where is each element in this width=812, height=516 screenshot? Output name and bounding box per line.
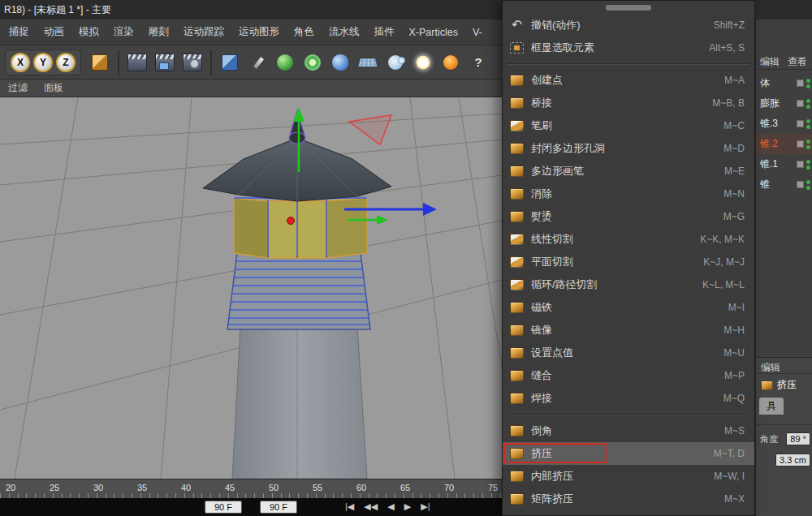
tag-icon[interactable] bbox=[797, 80, 804, 87]
context-menu-item-line-cut[interactable]: 线性切割 K~K, M~K bbox=[503, 228, 754, 251]
mograph-button[interactable] bbox=[300, 49, 325, 76]
tag-icon[interactable] bbox=[797, 140, 804, 148]
previous-key-button[interactable] bbox=[364, 501, 378, 512]
object-manager-view-menu[interactable]: 查看 bbox=[788, 55, 807, 69]
editor-visibility-dot[interactable] bbox=[806, 79, 810, 83]
axis-x-button[interactable]: X bbox=[11, 53, 30, 72]
metaball-button[interactable] bbox=[328, 49, 352, 76]
frame-end-field[interactable]: 90 F bbox=[260, 501, 297, 514]
object-manager-edit-menu[interactable]: 编辑 bbox=[760, 55, 780, 69]
context-menu-item-bridge[interactable]: 桥接 M~B, B bbox=[503, 92, 754, 114]
lighthouse-model[interactable] bbox=[203, 110, 391, 479]
render-visibility-dot[interactable] bbox=[806, 186, 810, 190]
play-button[interactable] bbox=[404, 501, 411, 512]
menu-vray[interactable]: V- bbox=[465, 27, 490, 38]
editor-visibility-dot[interactable] bbox=[806, 180, 810, 184]
frame-start-field[interactable]: 90 F bbox=[205, 501, 242, 514]
editor-visibility-dot[interactable] bbox=[806, 160, 810, 164]
menu-simulation[interactable]: 模拟 bbox=[71, 25, 106, 39]
visibility-toggles[interactable] bbox=[797, 79, 810, 88]
visibility-toggles[interactable] bbox=[797, 99, 810, 109]
menu-plugins[interactable]: 插件 bbox=[367, 25, 402, 39]
menu-animation[interactable]: 动画 bbox=[37, 25, 71, 39]
object-row[interactable]: 锥.3 bbox=[756, 114, 812, 134]
context-menu-item-close-polygon-hole[interactable]: 封闭多边形孔洞 M~D bbox=[503, 137, 754, 160]
editor-visibility-dot[interactable] bbox=[806, 140, 810, 144]
render-picture-viewer-button[interactable] bbox=[153, 49, 177, 76]
context-menu-item-loop-path-cut[interactable]: 循环/路径切割 K~L, M~L bbox=[503, 273, 754, 296]
context-menu-item-set-point-value[interactable]: 设置点值 M~U bbox=[503, 342, 754, 364]
light-button[interactable] bbox=[411, 49, 435, 76]
offset-value-field[interactable]: 3.3 cm bbox=[775, 454, 810, 467]
context-menu-item-magnet[interactable]: 磁铁 M~I bbox=[503, 296, 754, 319]
render-visibility-dot[interactable] bbox=[806, 145, 810, 149]
scroll-handle[interactable] bbox=[606, 5, 651, 11]
menu-pipeline[interactable]: 流水线 bbox=[322, 25, 367, 39]
render-visibility-dot[interactable] bbox=[806, 84, 810, 88]
axis-y-button[interactable]: Y bbox=[33, 53, 53, 72]
visibility-toggles[interactable] bbox=[797, 119, 810, 129]
tag-icon[interactable] bbox=[797, 161, 804, 168]
render-visibility-dot[interactable] bbox=[806, 125, 810, 129]
context-menu-item-brush[interactable]: 笔刷 M~C bbox=[503, 114, 754, 137]
editor-visibility-dot[interactable] bbox=[806, 99, 810, 103]
menu-xparticles[interactable]: X-Particles bbox=[402, 27, 465, 38]
menu-sculpt[interactable]: 雕刻 bbox=[141, 25, 176, 39]
object-row[interactable]: 锥 bbox=[756, 174, 812, 195]
render-settings-button[interactable] bbox=[180, 49, 205, 76]
context-menu-item-dissolve[interactable]: 消除 M~N bbox=[503, 183, 754, 205]
coordinate-system-button[interactable] bbox=[88, 49, 112, 76]
visibility-toggles[interactable] bbox=[797, 140, 810, 149]
context-menu-item-extrude[interactable]: 挤压 M~T, D bbox=[503, 442, 754, 465]
go-to-start-button[interactable] bbox=[345, 501, 354, 512]
axis-z-button[interactable]: Z bbox=[56, 53, 76, 72]
viewport-panel-menu[interactable]: 面板 bbox=[36, 81, 71, 95]
tag-icon[interactable] bbox=[797, 100, 804, 107]
object-row[interactable]: 锥.1 bbox=[756, 154, 812, 174]
menu-mograph[interactable]: 运动图形 bbox=[231, 25, 287, 39]
angle-value-field[interactable]: 89 ° bbox=[786, 432, 810, 445]
primitive-cube-button[interactable] bbox=[218, 49, 242, 76]
viewport-filter-menu[interactable]: 过滤 bbox=[0, 81, 36, 95]
context-menu-item-iron[interactable]: 熨烫 M~G bbox=[503, 205, 754, 228]
context-menu-item-polygon-pen[interactable]: 多边形画笔 M~E bbox=[503, 160, 754, 183]
offset-field-row: 3.3 cm bbox=[756, 449, 812, 471]
render-view-button[interactable] bbox=[125, 49, 149, 76]
help-button[interactable] bbox=[466, 49, 490, 76]
floor-button[interactable] bbox=[356, 49, 380, 76]
context-menu-item-weld[interactable]: 焊接 M~Q bbox=[503, 387, 754, 410]
go-to-end-button[interactable] bbox=[421, 501, 430, 512]
sun-light-button[interactable] bbox=[438, 49, 463, 76]
menu-render[interactable]: 渲染 bbox=[106, 25, 141, 39]
tag-icon[interactable] bbox=[797, 120, 804, 127]
object-row[interactable]: 体 bbox=[756, 73, 812, 93]
tag-icon[interactable] bbox=[797, 181, 804, 188]
sky-button[interactable] bbox=[383, 49, 408, 76]
context-menu-item-plane-cut[interactable]: 平面切割 K~J, M~J bbox=[503, 251, 754, 273]
spline-pen-button[interactable] bbox=[245, 49, 270, 76]
context-menu-item-extrude-inner[interactable]: 内部挤压 M~W, I bbox=[503, 465, 754, 488]
render-visibility-dot[interactable] bbox=[806, 166, 810, 170]
attribute-edit-menu[interactable]: 编辑 bbox=[756, 358, 812, 374]
menu-motion-tracking[interactable]: 运动跟踪 bbox=[176, 25, 231, 39]
context-menu-item-matrix-extrude[interactable]: 矩阵挤压 M~X bbox=[503, 488, 754, 510]
viewport[interactable] bbox=[0, 97, 502, 479]
context-menu-item-create-point[interactable]: 创建点 M~A bbox=[503, 69, 754, 92]
menu-character[interactable]: 角色 bbox=[287, 25, 322, 39]
tool-tab[interactable]: 具 bbox=[759, 398, 784, 415]
context-menu-item-stitch[interactable]: 缝合 M~P bbox=[503, 364, 754, 387]
object-row-selected[interactable]: 锥.2 bbox=[756, 134, 812, 154]
object-row[interactable]: 膨胀 bbox=[756, 93, 812, 114]
render-visibility-dot[interactable] bbox=[806, 105, 810, 109]
previous-frame-button[interactable] bbox=[387, 501, 394, 512]
context-menu-item-undo[interactable]: 撤销(动作) Shift+Z bbox=[503, 14, 754, 37]
context-menu-item-bevel[interactable]: 倒角 M~S bbox=[503, 419, 754, 442]
generator-button[interactable] bbox=[273, 49, 297, 76]
visibility-toggles[interactable] bbox=[797, 160, 810, 170]
menu-snap[interactable]: 捕捉 bbox=[2, 25, 37, 39]
visibility-toggles[interactable] bbox=[797, 180, 810, 190]
editor-visibility-dot[interactable] bbox=[806, 119, 810, 123]
menu-scroll-up[interactable] bbox=[503, 1, 754, 14]
context-menu-item-frame-selected[interactable]: 框显选取元素 Alt+S, S bbox=[503, 37, 754, 59]
context-menu-item-mirror[interactable]: 镜像 M~H bbox=[503, 319, 754, 342]
